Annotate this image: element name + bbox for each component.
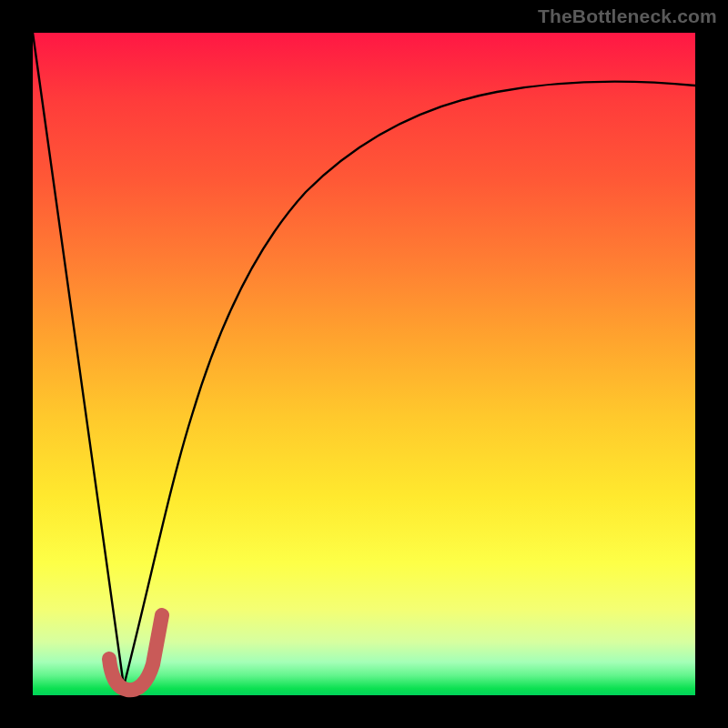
chart-svg (33, 33, 695, 695)
curve-left-branch (33, 33, 124, 686)
plot-area (33, 33, 695, 695)
marker-j (109, 615, 162, 690)
watermark-text: TheBottleneck.com (538, 5, 717, 27)
curve-right-branch (124, 82, 695, 686)
chart-frame: TheBottleneck.com (0, 0, 728, 728)
